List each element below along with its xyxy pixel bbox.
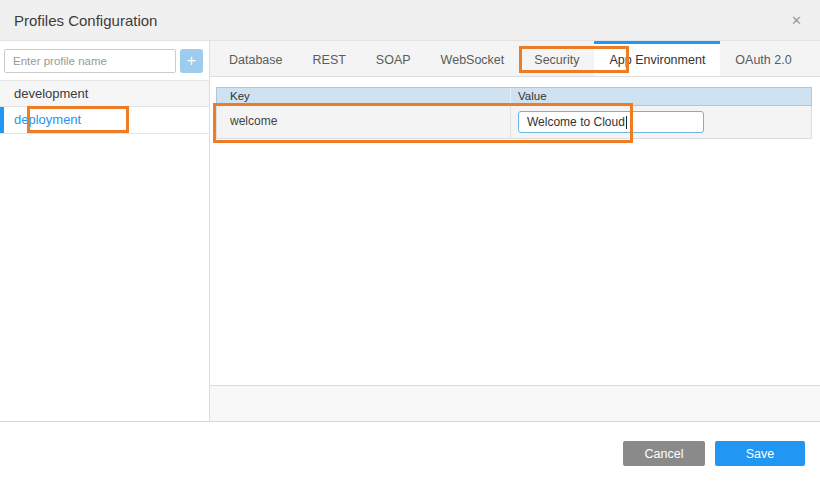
close-icon[interactable]: ✕: [787, 11, 806, 30]
tab-content-app-environment: Key Value welcome Welcome to Cloud: [210, 77, 820, 385]
value-input[interactable]: Welcome to Cloud: [518, 111, 704, 133]
profile-name-entry-row: +: [0, 41, 209, 80]
tab-security[interactable]: Security: [519, 41, 594, 76]
tab-soap[interactable]: SOAP: [361, 41, 426, 76]
save-button[interactable]: Save: [715, 441, 805, 466]
tab-database[interactable]: Database: [214, 41, 298, 76]
profiles-sidebar: + development deployment: [0, 41, 210, 421]
profile-item-development[interactable]: development: [0, 80, 209, 107]
grid-header-value: Value: [511, 88, 811, 105]
profile-item-label: deployment: [14, 112, 81, 127]
profile-detail-panel: Database REST SOAP WebSocket Security Ap…: [210, 41, 820, 421]
profiles-configuration-dialog: Profiles Configuration ✕ + development d…: [0, 0, 820, 482]
tab-rest[interactable]: REST: [298, 41, 361, 76]
grid-header-row: Key Value: [216, 87, 812, 106]
profile-item-deployment[interactable]: deployment: [0, 107, 209, 134]
grid-footer-strip: [210, 385, 820, 421]
key-cell: welcome: [217, 106, 511, 138]
dialog-header: Profiles Configuration ✕: [0, 0, 820, 41]
dialog-body: + development deployment Database REST S…: [0, 41, 820, 422]
grid-header-key: Key: [217, 88, 511, 105]
text-cursor: [626, 116, 627, 129]
value-cell: Welcome to Cloud: [511, 106, 811, 138]
tab-bar: Database REST SOAP WebSocket Security Ap…: [210, 41, 820, 77]
tab-websocket[interactable]: WebSocket: [426, 41, 520, 76]
dialog-title: Profiles Configuration: [14, 12, 157, 29]
dialog-footer: Cancel Save: [0, 423, 820, 482]
selected-indicator-bar: [0, 107, 4, 133]
key-value-grid: Key Value welcome Welcome to Cloud: [216, 87, 812, 139]
add-profile-button[interactable]: +: [180, 49, 203, 73]
profile-name-input[interactable]: [4, 49, 176, 73]
grid-row-welcome[interactable]: welcome Welcome to Cloud: [216, 106, 812, 139]
tab-oauth2[interactable]: OAuth 2.0: [720, 41, 806, 76]
cancel-button[interactable]: Cancel: [623, 441, 705, 466]
profile-list: development deployment: [0, 80, 209, 134]
profile-item-label: development: [14, 86, 88, 101]
tab-app-environment[interactable]: App Environment: [594, 41, 720, 76]
value-input-text: Welcome to Cloud: [527, 112, 625, 132]
